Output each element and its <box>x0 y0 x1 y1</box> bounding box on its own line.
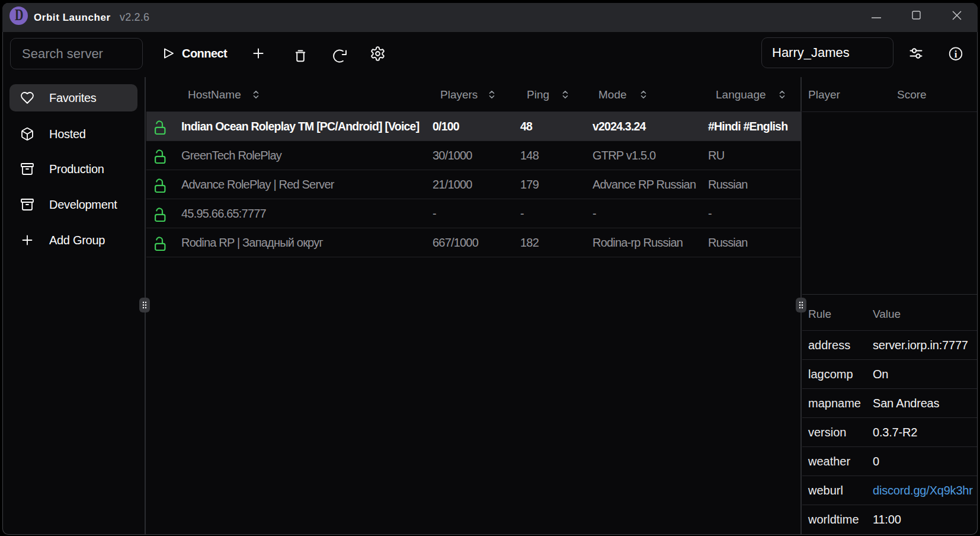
svg-text:i: i <box>955 49 957 60</box>
